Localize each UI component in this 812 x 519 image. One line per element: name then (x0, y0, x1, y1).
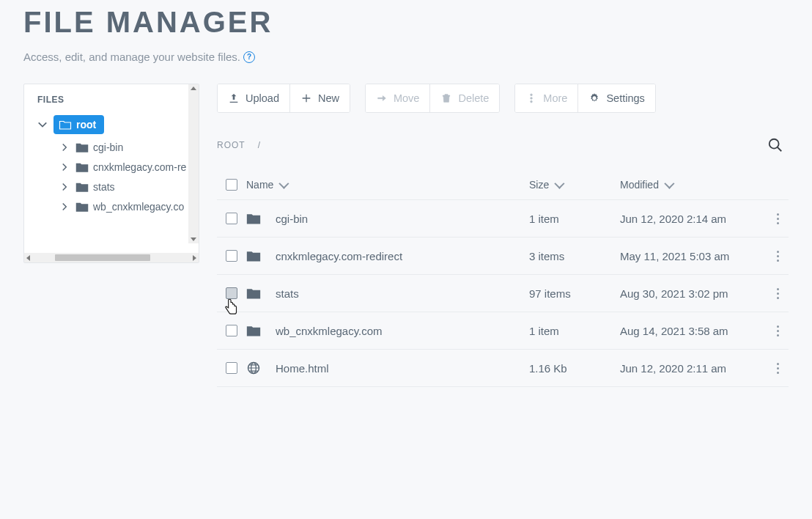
help-icon[interactable]: ? (243, 51, 255, 63)
settings-button[interactable]: Settings (577, 84, 654, 112)
row-checkbox[interactable] (226, 250, 237, 262)
row-actions-button[interactable] (772, 321, 783, 341)
file-modified: Jun 12, 2020 2:11 am (620, 362, 767, 375)
move-button: Move (366, 84, 429, 112)
table-row[interactable]: wb_cnxkmlegacy.com 1 item Aug 14, 2021 3… (217, 312, 789, 350)
file-modified: May 11, 2021 5:03 am (620, 250, 767, 262)
tree-item-label: cgi-bin (93, 141, 123, 153)
file-name: cnxkmlegacy.com-redirect (276, 250, 402, 262)
tree-root-row[interactable]: root (24, 112, 199, 138)
chevron-down-icon[interactable] (36, 118, 49, 131)
tree-item[interactable]: stats (24, 177, 199, 197)
toolbar: Upload New Move Delete (217, 84, 789, 113)
svg-point-0 (531, 94, 533, 96)
chevron-right-icon[interactable] (58, 141, 71, 154)
folder-icon (246, 249, 261, 263)
button-label: Delete (458, 92, 489, 104)
file-size: 97 items (529, 287, 620, 300)
column-header-modified[interactable]: Modified (620, 179, 767, 191)
button-label: Move (394, 92, 419, 104)
sidebar-panel: FILES root (23, 84, 199, 263)
breadcrumb-sep: / (258, 140, 261, 150)
row-checkbox[interactable] (226, 325, 237, 336)
subtitle-text: Access, edit, and manage your website fi… (23, 51, 240, 63)
folder-icon (246, 323, 261, 338)
file-size: 1 item (529, 325, 620, 337)
row-checkbox[interactable] (226, 362, 237, 374)
button-label: New (318, 92, 339, 104)
file-size: 1 item (529, 213, 620, 225)
sidebar-title: FILES (24, 92, 199, 112)
page-subtitle: Access, edit, and manage your website fi… (23, 51, 789, 63)
row-actions-button[interactable] (772, 358, 783, 378)
table-header: Name Size Modified (217, 173, 789, 200)
upload-icon (228, 92, 240, 104)
breadcrumb-root[interactable]: ROOT (217, 140, 245, 150)
folder-icon (75, 141, 89, 153)
button-label: Settings (606, 92, 644, 104)
tree-item-label: wb_cnxkmlegacy.co (93, 201, 184, 213)
table-row[interactable]: Home.html 1.16 Kb Jun 12, 2020 2:11 am (217, 350, 789, 387)
row-actions-button[interactable] (772, 246, 783, 266)
file-modified: Aug 14, 2021 3:58 am (620, 325, 767, 337)
sidebar-horizontal-scrollbar[interactable] (24, 253, 199, 262)
folder-icon (246, 211, 261, 226)
folder-icon (75, 201, 89, 213)
column-header-name[interactable]: Name (246, 179, 529, 191)
move-icon (376, 92, 388, 104)
root-badge[interactable]: root (53, 115, 104, 134)
column-label: Size (529, 179, 549, 191)
chevron-down-icon (555, 179, 565, 189)
globe-icon (246, 361, 261, 375)
folder-icon (75, 181, 89, 193)
select-all-checkbox[interactable] (226, 179, 237, 191)
file-name: stats (276, 287, 299, 300)
search-button[interactable] (762, 132, 789, 158)
root-label: root (76, 119, 96, 130)
more-button: More (515, 84, 577, 112)
row-checkbox[interactable] (226, 287, 237, 299)
sidebar-vertical-scrollbar[interactable] (188, 84, 199, 243)
folder-outline-icon (59, 119, 72, 130)
file-table: Name Size Modified cgi-bin (217, 173, 789, 387)
file-modified: Aug 30, 2021 3:02 pm (620, 287, 767, 300)
new-button[interactable]: New (289, 84, 350, 112)
breadcrumb[interactable]: ROOT / (217, 140, 261, 150)
svg-point-2 (531, 100, 533, 103)
gear-icon (588, 92, 600, 104)
chevron-right-icon[interactable] (58, 180, 71, 194)
table-row[interactable]: cgi-bin 1 item Jun 12, 2020 2:14 am (217, 200, 789, 238)
tree-item[interactable]: cnxkmlegacy.com-re (24, 158, 199, 177)
delete-button: Delete (429, 84, 499, 112)
tree-item-label: cnxkmlegacy.com-re (93, 161, 186, 173)
page-title: FILE MANAGER (23, 6, 789, 39)
file-name: cgi-bin (276, 213, 308, 225)
tree-item-label: stats (93, 181, 115, 193)
trash-icon (440, 92, 452, 104)
tree-item[interactable]: cgi-bin (24, 138, 199, 158)
file-modified: Jun 12, 2020 2:14 am (620, 213, 767, 225)
chevron-right-icon[interactable] (58, 200, 71, 213)
table-row[interactable]: cnxkmlegacy.com-redirect 3 items May 11,… (217, 238, 789, 275)
table-row[interactable]: stats 97 items Aug 30, 2021 3:02 pm (217, 275, 789, 312)
column-header-size[interactable]: Size (529, 179, 620, 191)
file-name: Home.html (276, 362, 329, 375)
row-checkbox[interactable] (226, 213, 237, 224)
plus-icon (300, 92, 312, 104)
search-icon (767, 137, 783, 153)
chevron-right-icon[interactable] (58, 161, 71, 174)
upload-button[interactable]: Upload (218, 84, 289, 112)
scrollbar-thumb[interactable] (55, 254, 150, 261)
file-name: wb_cnxkmlegacy.com (276, 325, 383, 337)
column-label: Modified (620, 179, 659, 191)
folder-icon (75, 161, 89, 173)
file-size: 1.16 Kb (529, 362, 620, 375)
tree-item[interactable]: wb_cnxkmlegacy.co (24, 197, 199, 217)
chevron-down-icon (279, 179, 289, 189)
more-vertical-icon (525, 92, 537, 104)
row-actions-button[interactable] (772, 209, 783, 229)
button-label: More (543, 92, 567, 104)
row-actions-button[interactable] (772, 284, 783, 303)
file-size: 3 items (529, 250, 620, 262)
folder-icon (246, 286, 261, 301)
